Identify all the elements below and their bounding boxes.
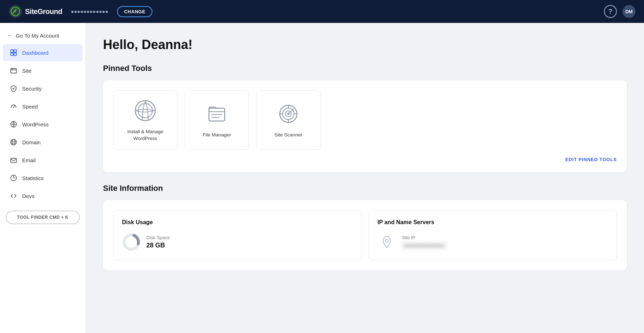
sidebar-label-security: Security <box>22 86 42 92</box>
site-selector[interactable]: ●●●●●●●●●●●● <box>71 9 108 14</box>
site-info-title: Site Information <box>103 184 627 193</box>
svg-rect-2 <box>11 50 13 52</box>
avatar[interactable]: DM <box>623 5 635 18</box>
topnav-right: ? DM <box>604 5 635 18</box>
site-info-card: Disk Usage Disk Space 28 GB <box>103 200 627 270</box>
svg-rect-3 <box>14 50 16 52</box>
sidebar-label-dashboard: Dashboard <box>22 50 48 56</box>
ip-name-servers-title: IP and Name Servers <box>377 219 608 226</box>
disk-space-value: 28 GB <box>146 242 170 249</box>
wordpress-icon <box>10 121 18 128</box>
svg-point-29 <box>385 239 388 242</box>
svg-rect-4 <box>11 53 13 56</box>
site-ip-value: ●●●●●●●●●●●● <box>402 242 447 249</box>
tool-card-site-scanner[interactable]: Site Scanner <box>256 90 321 150</box>
tool-card-install-wordpress[interactable]: Install & Manage WordPress <box>113 90 177 150</box>
disk-usage-row: Disk Space 28 GB <box>122 233 352 251</box>
disk-usage-chart <box>122 233 141 251</box>
svg-point-11 <box>11 139 16 145</box>
svg-point-16 <box>138 103 152 118</box>
logo-text: SiteGround <box>25 8 62 16</box>
svg-rect-6 <box>11 68 16 73</box>
wordpress-tool-icon <box>132 98 158 124</box>
go-to-my-account-link[interactable]: ← Go To My Account <box>0 27 86 44</box>
globe-icon <box>10 139 18 146</box>
logo[interactable]: SiteGround <box>9 5 62 18</box>
speed-icon <box>10 103 18 110</box>
logo-icon <box>9 5 22 18</box>
statistics-icon <box>10 174 18 182</box>
pinned-tools-title: Pinned Tools <box>103 64 627 73</box>
sidebar-item-domain[interactable]: Domain <box>3 134 83 151</box>
disk-usage-title: Disk Usage <box>122 219 352 226</box>
devs-icon <box>10 192 18 199</box>
pinned-tools-card: Install & Manage WordPress File Manager <box>103 80 627 172</box>
tool-label-install-wordpress: Install & Manage WordPress <box>119 129 171 142</box>
tool-label-file-manager: File Manager <box>203 132 231 139</box>
sidebar-label-wordpress: WordPress <box>22 121 49 127</box>
site-scanner-tool-icon <box>275 101 301 127</box>
email-icon <box>10 156 18 164</box>
help-button[interactable]: ? <box>604 5 617 18</box>
file-manager-tool-icon <box>204 101 230 127</box>
tool-card-file-manager[interactable]: File Manager <box>185 90 249 150</box>
sidebar-item-email[interactable]: Email <box>3 151 83 169</box>
sidebar-item-dashboard[interactable]: Dashboard <box>3 44 83 61</box>
ip-name-servers-card: IP and Name Servers Site IP ●●●●●●●●●●●● <box>369 210 617 260</box>
grid-icon <box>10 49 18 56</box>
back-arrow-icon: ← <box>7 32 13 39</box>
sidebar-label-email: Email <box>22 157 36 163</box>
tool-finder-button[interactable]: TOOL FINDER CMD + K <box>6 211 80 224</box>
sidebar-item-devs[interactable]: Devs <box>3 187 83 204</box>
sidebar-item-security[interactable]: Security <box>3 80 83 97</box>
svg-rect-5 <box>14 53 16 56</box>
sidebar-label-site: Site <box>22 68 31 74</box>
shield-icon <box>10 85 18 92</box>
ip-details: Site IP ●●●●●●●●●●●● <box>402 235 447 249</box>
sidebar-item-speed[interactable]: Speed <box>3 98 83 115</box>
site-icon <box>10 67 18 74</box>
sidebar-label-statistics: Statistics <box>22 175 44 181</box>
disk-usage-card: Disk Usage Disk Space 28 GB <box>113 210 361 260</box>
sidebar-item-site[interactable]: Site <box>3 62 83 79</box>
page-greeting: Hello, Deanna! <box>103 37 627 52</box>
sidebar-item-statistics[interactable]: Statistics <box>3 169 83 187</box>
sidebar: ← Go To My Account Dashboard Site Securi… <box>0 23 86 333</box>
svg-point-7 <box>12 69 13 69</box>
ip-icon <box>377 233 396 251</box>
site-ip-label: Site IP <box>402 235 447 240</box>
main-content: Hello, Deanna! Pinned Tools Install & Ma… <box>86 23 644 333</box>
topnav-left: SiteGround ●●●●●●●●●●●● CHANGE <box>9 5 152 18</box>
ip-servers-row: Site IP ●●●●●●●●●●●● <box>377 233 608 251</box>
sidebar-label-devs: Devs <box>22 193 34 199</box>
layout: ← Go To My Account Dashboard Site Securi… <box>0 23 644 333</box>
svg-point-12 <box>12 139 15 145</box>
sidebar-label-speed: Speed <box>22 103 38 110</box>
svg-point-9 <box>13 107 14 108</box>
sidebar-item-wordpress[interactable]: WordPress <box>3 116 83 133</box>
disk-usage-details: Disk Space 28 GB <box>146 235 170 249</box>
back-label: Go To My Account <box>16 33 59 39</box>
sidebar-label-domain: Domain <box>22 139 41 145</box>
top-navigation: SiteGround ●●●●●●●●●●●● CHANGE ? DM <box>0 0 644 23</box>
change-button[interactable]: CHANGE <box>117 6 152 17</box>
tool-label-site-scanner: Site Scanner <box>274 132 302 139</box>
site-info-grid: Disk Usage Disk Space 28 GB <box>113 210 617 260</box>
disk-space-label: Disk Space <box>146 235 170 240</box>
edit-pinned-container: EDIT PINNED TOOLS <box>113 157 617 162</box>
pinned-tools-grid: Install & Manage WordPress File Manager <box>113 90 617 150</box>
edit-pinned-tools-link[interactable]: EDIT PINNED TOOLS <box>565 157 617 162</box>
svg-point-8 <box>13 69 14 69</box>
